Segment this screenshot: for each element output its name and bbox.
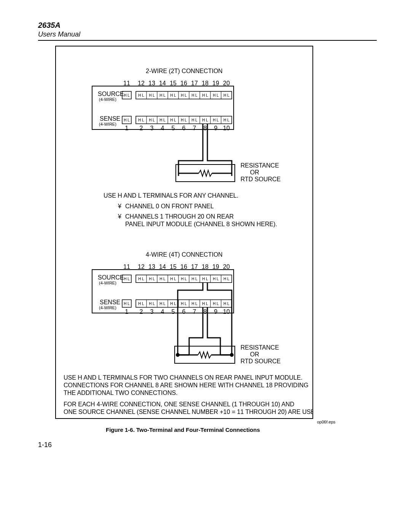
svg-text:H L: H L xyxy=(202,93,208,97)
svg-text:H L: H L xyxy=(202,118,208,122)
svg-text:18: 18 xyxy=(202,264,209,270)
resistance-2w: RESISTANCE xyxy=(241,162,279,169)
svg-text:20: 20 xyxy=(223,80,230,86)
title-2wire: 2-WIRE (2T) CONNECTION xyxy=(146,68,223,74)
svg-text:H L: H L xyxy=(181,302,187,306)
note2w-bullet1: ¥ xyxy=(118,203,121,209)
svg-text:13: 13 xyxy=(148,80,155,86)
svg-text:3: 3 xyxy=(150,308,154,315)
resistor-symbol-4w xyxy=(198,352,211,358)
sense-4wire-4w: (4-WIRE) xyxy=(99,305,116,310)
svg-text:12: 12 xyxy=(138,264,145,270)
resistor-symbol-2w xyxy=(199,170,212,176)
svg-text:2: 2 xyxy=(140,308,143,315)
svg-text:17: 17 xyxy=(191,264,198,270)
svg-text:16: 16 xyxy=(180,264,187,270)
figure-frame: 2-WIRE (2T) CONNECTION SOURCE (4-WIRE) S… xyxy=(55,46,313,419)
svg-text:H L: H L xyxy=(223,302,229,306)
svg-text:H L: H L xyxy=(124,118,130,122)
svg-text:H L: H L xyxy=(149,302,155,306)
svg-text:H L: H L xyxy=(223,118,229,122)
note4w-p1b: CONNECTIONS FOR CHANNEL 8 ARE SHOWN HERE… xyxy=(64,382,308,388)
note4w-p2b: ONE SOURCE CHANNEL (SENSE CHANNEL NUMBER… xyxy=(64,409,312,415)
svg-text:H L: H L xyxy=(124,302,130,306)
svg-text:11: 11 xyxy=(123,264,130,270)
sense-label-2w: SENSE xyxy=(100,115,120,122)
svg-text:H L: H L xyxy=(159,118,166,122)
svg-text:5: 5 xyxy=(172,125,175,131)
source-label-2w: SOURCE xyxy=(98,91,124,97)
note2w-b1: CHANNEL 0 ON FRONT PANEL xyxy=(125,203,214,209)
svg-text:19: 19 xyxy=(212,264,219,270)
svg-text:H L: H L xyxy=(213,277,219,281)
svg-text:H L: H L xyxy=(213,118,219,122)
svg-text:3: 3 xyxy=(150,125,154,131)
svg-text:H L: H L xyxy=(170,277,176,281)
svg-text:17: 17 xyxy=(191,80,198,86)
svg-text:8: 8 xyxy=(204,308,207,315)
svg-text:H L: H L xyxy=(138,93,144,97)
note2w-b2b: PANEL INPUT MODULE (CHANNEL 8 SHOWN HERE… xyxy=(125,221,277,227)
svg-text:H L: H L xyxy=(149,118,155,122)
terminals-top-2w-cells: H L H L H L H L H L H L H L H L H L 12 1… xyxy=(122,80,232,99)
svg-text:14: 14 xyxy=(159,80,166,86)
leads-4wire xyxy=(178,283,232,355)
or-2w: OR xyxy=(250,169,259,176)
rtd-4w: RTD SOURCE xyxy=(241,358,281,364)
svg-text:4: 4 xyxy=(161,125,164,131)
rtd-2w: RTD SOURCE xyxy=(241,176,281,182)
svg-text:H L: H L xyxy=(191,277,198,281)
svg-text:H L: H L xyxy=(223,277,229,281)
eps-filename: op06f.eps xyxy=(317,420,335,424)
hl-11-t2w: H L xyxy=(124,93,130,97)
svg-text:5: 5 xyxy=(172,308,175,315)
svg-text:H L: H L xyxy=(138,302,144,306)
page-header: 2635A Users Manual xyxy=(38,21,377,41)
source-label-4w: SOURCE xyxy=(98,274,124,281)
svg-text:1: 1 xyxy=(125,125,129,131)
source-4wire-4w: (4-WIRE) xyxy=(99,281,116,285)
svg-text:15: 15 xyxy=(170,80,177,86)
page-number: 1-16 xyxy=(38,441,52,449)
svg-text:H L: H L xyxy=(191,118,198,122)
svg-text:13: 13 xyxy=(148,264,155,270)
note4w-p1c: THE ADDITIONAL TWO CONNECTIONS. xyxy=(64,390,178,396)
or-4w: OR xyxy=(250,351,259,358)
svg-text:7: 7 xyxy=(193,125,196,131)
svg-text:4: 4 xyxy=(161,308,164,315)
figure-caption: Figure 1-6. Two-Terminal and Four-Termin… xyxy=(106,427,260,433)
svg-text:H L: H L xyxy=(124,277,130,281)
svg-text:H L: H L xyxy=(138,277,144,281)
svg-text:H L: H L xyxy=(202,302,208,306)
svg-text:H L: H L xyxy=(159,277,166,281)
svg-text:14: 14 xyxy=(159,264,166,270)
svg-text:H L: H L xyxy=(191,93,198,97)
svg-text:9: 9 xyxy=(214,308,218,315)
num-t2w-11: 11 xyxy=(123,80,130,86)
svg-text:H L: H L xyxy=(170,302,176,306)
svg-text:H L: H L xyxy=(191,302,198,306)
svg-text:16: 16 xyxy=(180,80,187,86)
svg-text:18: 18 xyxy=(202,80,209,86)
svg-text:12: 12 xyxy=(138,80,145,86)
note4w-p1a: USE H AND L TERMINALS FOR TWO CHANNELS O… xyxy=(64,374,303,381)
resistance-4w: RESISTANCE xyxy=(241,344,279,351)
sense-4wire-2w: (4-WIRE) xyxy=(99,122,116,126)
note2w-b2a: CHANNELS 1 THROUGH 20 ON REAR xyxy=(125,213,234,220)
svg-text:H L: H L xyxy=(223,93,229,97)
svg-text:7: 7 xyxy=(193,308,196,315)
header-model: 2635A xyxy=(38,21,377,30)
header-subtitle: Users Manual xyxy=(38,30,377,38)
svg-text:9: 9 xyxy=(214,125,218,131)
svg-text:19: 19 xyxy=(212,80,219,86)
svg-text:H L: H L xyxy=(170,118,176,122)
svg-text:6: 6 xyxy=(182,125,186,131)
terminals-top-4w: H L 11 H L H L H L H L H L H L xyxy=(122,264,232,283)
svg-text:H L: H L xyxy=(159,302,166,306)
svg-text:H L: H L xyxy=(149,277,155,281)
note2w-line1: USE H AND L TERMINALS FOR ANY CHANNEL. xyxy=(104,192,238,199)
svg-text:H L: H L xyxy=(181,93,187,97)
svg-text:10: 10 xyxy=(223,125,230,131)
svg-text:H L: H L xyxy=(149,93,155,97)
figure-svg: 2-WIRE (2T) CONNECTION SOURCE (4-WIRE) S… xyxy=(56,46,312,418)
